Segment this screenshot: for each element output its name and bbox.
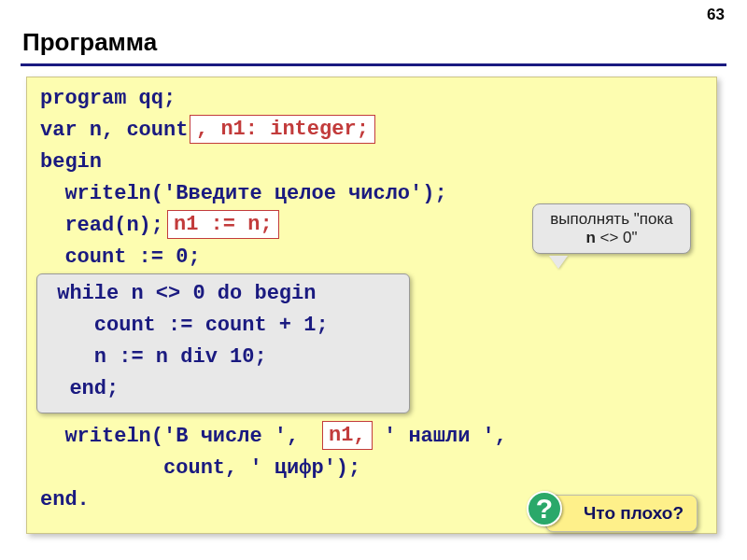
callout-line1: выполнять "пока	[543, 210, 681, 229]
page-title: Программа	[22, 28, 157, 57]
code-line-2: var n, count	[40, 119, 188, 142]
while-line-3: n := n div 10;	[45, 345, 267, 369]
question-badge: Что плохо?	[545, 495, 698, 532]
code-line-9: end.	[40, 488, 90, 511]
callout-cond: <> 0"	[600, 229, 638, 246]
title-underline	[21, 63, 726, 66]
code-line-7a: writeln('В числе ',	[40, 425, 299, 448]
code-panel: program qq; var n, count , n1: integer; …	[26, 77, 717, 534]
code-line-4: writeln('Введите целое число');	[40, 182, 447, 205]
highlight-n1-assign: n1 := n;	[167, 210, 279, 239]
callout-box: выполнять "пока n <> 0"	[532, 203, 691, 254]
while-line-2: count := count + 1;	[45, 314, 329, 337]
while-block: while n <> 0 do begin count := count + 1…	[36, 273, 410, 413]
highlight-n1-decl: , n1: integer;	[190, 115, 375, 144]
callout-line2: n <> 0"	[543, 229, 681, 247]
page-number: 63	[707, 6, 725, 24]
code-line-8: count, ' цифр');	[40, 456, 360, 480]
code-line-1: program qq;	[40, 87, 176, 110]
callout-n: n	[585, 229, 599, 246]
code-line-3: begin	[40, 150, 102, 174]
callout-tail	[549, 256, 568, 269]
while-line-4: end;	[45, 377, 119, 400]
code-line-5: read(n);	[40, 214, 163, 237]
highlight-n1-out: n1,	[322, 421, 373, 450]
while-line-1: while n <> 0 do begin	[45, 282, 316, 305]
code-line-6: count := 0;	[40, 245, 201, 269]
question-mark-icon: ?	[527, 491, 562, 526]
code-line-7b: ' нашли ',	[384, 425, 507, 448]
